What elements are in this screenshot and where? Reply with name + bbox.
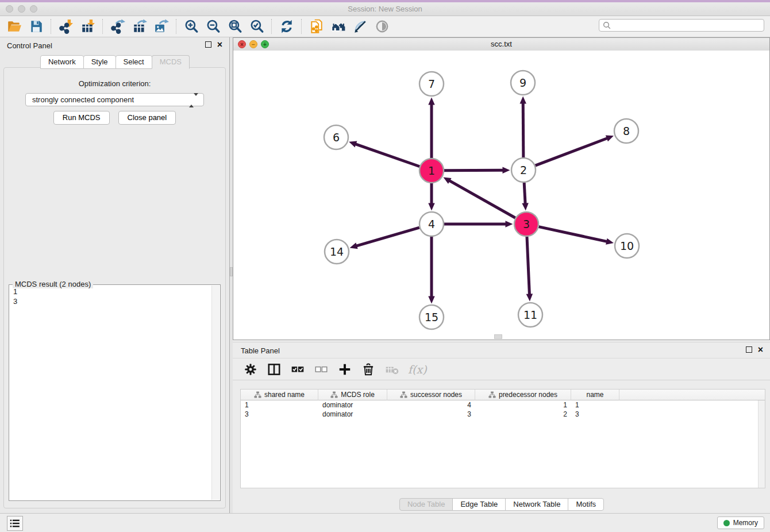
graph-edge-2-8[interactable]	[536, 136, 614, 166]
graph-edge-4-15[interactable]	[428, 237, 435, 304]
task-history-button[interactable]	[7, 516, 23, 531]
network-canvas[interactable]: 7968124314101511	[233, 51, 769, 340]
unselect-all-columns-button[interactable]	[314, 362, 329, 377]
table-cell: dominator	[318, 401, 387, 409]
app-titlebar: Session: New Session	[0, 0, 770, 16]
tab-network-table[interactable]: Network Table	[505, 498, 568, 511]
add-column-button[interactable]	[337, 362, 352, 377]
graph-node-14[interactable]: 14	[325, 240, 349, 264]
delete-table-icon	[384, 362, 399, 377]
export-network-button[interactable]	[109, 18, 126, 35]
table-panel: Table Panel × f(x) shared nameMCDS roles…	[233, 342, 770, 511]
tab-select[interactable]: Select	[116, 55, 152, 69]
tab-network[interactable]: Network	[40, 55, 84, 69]
tab-motifs[interactable]: Motifs	[568, 498, 604, 511]
network-window-titlebar[interactable]: × − + scc.txt	[233, 38, 769, 51]
tab-edge-table[interactable]: Edge Table	[452, 498, 506, 511]
network-close-icon[interactable]: ×	[238, 40, 246, 48]
clone-network-button[interactable]	[308, 18, 325, 35]
graph-node-10[interactable]: 10	[615, 234, 639, 258]
graph-node-8[interactable]: 8	[614, 119, 638, 143]
graph-edge-3-10[interactable]	[538, 227, 614, 245]
delete-column-button[interactable]	[361, 362, 376, 377]
close-icon[interactable]: ×	[217, 41, 222, 48]
graph-edge-4-3[interactable]	[444, 221, 513, 228]
zoom-fit-button[interactable]	[226, 18, 244, 35]
show-graphics-details-icon	[375, 19, 390, 34]
open-session-button[interactable]	[6, 18, 23, 35]
select-all-columns-button[interactable]	[290, 362, 305, 377]
export-image-button[interactable]	[153, 18, 170, 35]
graph-edge-3-11[interactable]	[526, 237, 533, 302]
graph-node-2[interactable]: 2	[511, 158, 536, 182]
toolbar-separator	[271, 19, 272, 34]
graph-node-3[interactable]: 3	[514, 212, 538, 236]
memory-button[interactable]: Memory	[717, 516, 764, 529]
criterion-dropdown[interactable]: strongly connected component	[25, 93, 204, 106]
table-settings-icon	[243, 362, 258, 377]
zoom-selected-button[interactable]	[248, 18, 265, 35]
function-builder-button: f(x)	[408, 362, 427, 377]
import-network-button[interactable]	[57, 18, 75, 35]
search-input[interactable]	[611, 21, 764, 30]
column-header-predecessor-nodes[interactable]: predecessor nodes	[475, 390, 571, 400]
column-header-MCDS-role[interactable]: MCDS role	[318, 390, 387, 400]
graph-node-9[interactable]: 9	[511, 71, 535, 95]
zoom-out-button[interactable]	[205, 18, 222, 35]
graph-edge-3-1[interactable]	[443, 178, 515, 218]
graph-edge-1-2[interactable]	[444, 167, 510, 173]
network-minimize-icon[interactable]: −	[249, 40, 257, 48]
table-toolbar: f(x)	[233, 358, 770, 380]
control-panel-tabs: NetworkStyleSelectMCDS	[0, 55, 229, 69]
close-panel-button[interactable]: Close panel	[118, 111, 176, 125]
import-table-button[interactable]	[79, 18, 97, 35]
graph-node-1[interactable]: 1	[419, 159, 444, 183]
graph-node-11[interactable]: 11	[518, 303, 542, 327]
graph-edge-1-7[interactable]	[428, 98, 435, 159]
show-all-networks-button[interactable]	[330, 18, 347, 35]
tab-style[interactable]: Style	[83, 55, 116, 69]
export-table-icon	[132, 19, 147, 34]
column-header-successor-nodes[interactable]: successor nodes	[387, 390, 475, 400]
column-header-name[interactable]: name	[571, 390, 619, 400]
float-icon[interactable]	[205, 41, 211, 48]
network-graph: 7968124314101511	[233, 51, 769, 340]
graph-node-7[interactable]: 7	[419, 72, 444, 96]
table-settings-button[interactable]	[243, 362, 258, 377]
result-scrollbar[interactable]	[211, 286, 220, 500]
graph-edge-1-4[interactable]	[428, 183, 435, 211]
split-view-button[interactable]	[267, 362, 282, 377]
network-zoom-icon[interactable]: +	[261, 40, 269, 48]
graph-node-15[interactable]: 15	[419, 305, 444, 329]
save-session-button[interactable]	[28, 18, 45, 35]
graph-node-4[interactable]: 4	[419, 212, 444, 236]
graph-edge-1-6[interactable]	[349, 141, 419, 167]
table-tabs: Node TableEdge TableNetwork TableMotifs	[233, 498, 770, 511]
export-table-button[interactable]	[131, 18, 148, 35]
column-header-shared-name[interactable]: shared name	[241, 390, 318, 400]
table-cell: 1	[571, 401, 619, 409]
run-mcds-button[interactable]: Run MCDS	[53, 111, 110, 125]
canvas-resize-handle[interactable]	[494, 334, 502, 339]
table-row[interactable]: 3dominator323	[241, 410, 765, 419]
graph-edge-2-9[interactable]	[519, 96, 526, 157]
control-panel-title: Control Panel	[7, 41, 52, 50]
refresh-layout-button[interactable]	[278, 18, 295, 35]
result-line: 3	[13, 296, 17, 306]
close-icon[interactable]: ×	[758, 346, 763, 353]
tab-mcds[interactable]: MCDS	[152, 55, 190, 69]
tab-node-table[interactable]: Node Table	[399, 498, 453, 511]
float-icon[interactable]	[746, 346, 752, 353]
open-session-icon	[7, 19, 22, 34]
zoom-in-icon	[184, 19, 199, 34]
table-scrollbar[interactable]	[758, 400, 765, 488]
zoom-in-button[interactable]	[183, 18, 200, 35]
graph-edge-4-14[interactable]	[350, 228, 419, 249]
table-row[interactable]: 1dominator411	[241, 400, 765, 410]
hide-graphics-details-button[interactable]	[352, 18, 369, 35]
graph-edge-2-3[interactable]	[522, 183, 528, 211]
search-box[interactable]	[599, 19, 764, 32]
network-view-window: × − + scc.txt 7968124314101511	[233, 37, 770, 340]
table-cell: 2	[475, 410, 571, 418]
graph-node-6[interactable]: 6	[324, 125, 348, 149]
